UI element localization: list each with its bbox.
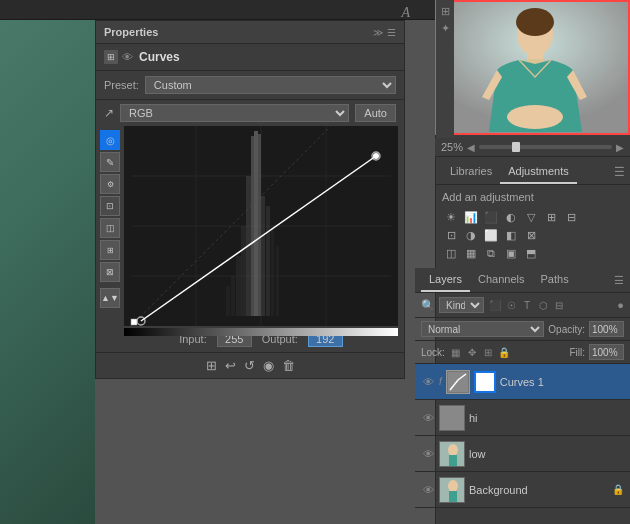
preset-label: Preset:: [104, 79, 139, 91]
bottom-tool-3[interactable]: ↺: [244, 358, 255, 373]
filter-type[interactable]: T: [520, 298, 534, 312]
lock-artboard[interactable]: ⊞: [481, 345, 495, 359]
curves-eye-icon[interactable]: 👁: [122, 51, 133, 63]
tab-channels[interactable]: Channels: [470, 268, 532, 292]
curves-tool-3[interactable]: ⚙: [100, 174, 120, 194]
lock-checkerboard[interactable]: ▦: [449, 345, 463, 359]
photo-thumbnail: [435, 0, 630, 135]
curves-tool-5[interactable]: ◫: [100, 218, 120, 238]
tab-libraries[interactable]: Libraries: [442, 160, 500, 184]
bottom-tool-1[interactable]: ⊞: [206, 358, 217, 373]
filter-adj[interactable]: ☉: [504, 298, 518, 312]
curves-tool-8[interactable]: ▲▼: [100, 288, 120, 308]
filter-pixel[interactable]: ⬛: [488, 298, 502, 312]
adj-channel-mix[interactable]: ◧: [502, 226, 520, 244]
layers-search-row: 🔍 Kind ⬛ ☉ T ⬡ ⊟ ●: [415, 293, 630, 318]
zoom-slider-thumb[interactable]: [512, 142, 520, 152]
layer-item-curves1[interactable]: 👁 f Curves 1: [415, 364, 630, 400]
adj-selective[interactable]: ⬒: [522, 244, 540, 262]
menu-icon[interactable]: ☰: [387, 27, 396, 38]
adj-brightness[interactable]: ☀: [442, 208, 460, 226]
adj-color-lookup[interactable]: ⊠: [522, 226, 540, 244]
tab-paths[interactable]: Paths: [533, 268, 577, 292]
curves-tool-6[interactable]: ⊞: [100, 240, 120, 260]
bottom-tool-2[interactable]: ↩: [225, 358, 236, 373]
layer-name-hi: hi: [469, 412, 624, 424]
bottom-tool-delete[interactable]: 🗑: [282, 358, 295, 373]
layer-name-curves1: Curves 1: [500, 376, 624, 388]
zoom-slider-track[interactable]: [479, 145, 612, 149]
color-swatch-icon[interactable]: ⊞: [441, 5, 450, 18]
layer-eye-bg[interactable]: 👁: [421, 483, 435, 497]
blend-mode-select[interactable]: Normal: [421, 321, 544, 337]
svg-rect-35: [449, 491, 457, 503]
curves1-mask-thumb: [474, 371, 496, 393]
dropper-icon[interactable]: ✦: [441, 22, 450, 35]
tab-layers[interactable]: Layers: [421, 268, 470, 292]
adjustments-panel: Add an adjustment ☀ 📊 ⬛ ◐ ▽ ⊞ ⊟ ⊡ ◑ ⬜ ◧ …: [436, 185, 630, 269]
layer-item-hi[interactable]: 👁 hi: [415, 400, 630, 436]
properties-header-icons: ≫ ☰: [373, 27, 396, 38]
adj-hsl[interactable]: ⊞: [542, 208, 560, 226]
filter-shape[interactable]: ⬡: [536, 298, 550, 312]
adj-curves[interactable]: 📊: [462, 208, 480, 226]
layer-eye-low[interactable]: 👁: [421, 447, 435, 461]
lock-icons: ▦ ✥ ⊞ 🔒: [449, 345, 566, 359]
zoom-left-arrow[interactable]: ◀: [467, 142, 475, 153]
adj-grid[interactable]: ⊟: [562, 208, 580, 226]
layer-eye-curves1[interactable]: 👁: [421, 375, 435, 389]
curves-tool-draw[interactable]: ✎: [100, 152, 120, 172]
auto-button[interactable]: Auto: [355, 104, 396, 122]
adj-vibrance[interactable]: ▽: [522, 208, 540, 226]
curves-tool-4[interactable]: ⊡: [100, 196, 120, 216]
lock-move[interactable]: ✥: [465, 345, 479, 359]
svg-rect-13: [231, 276, 235, 316]
filter-toggle[interactable]: ●: [617, 299, 624, 311]
adj-menu-icon[interactable]: ☰: [614, 165, 625, 179]
layers-menu-icon[interactable]: ☰: [614, 274, 624, 287]
adj-bw[interactable]: ◑: [462, 226, 480, 244]
opacity-label: Opacity:: [548, 324, 585, 335]
adj-photo[interactable]: ⬜: [482, 226, 500, 244]
filter-smart[interactable]: ⊟: [552, 298, 566, 312]
tab-adjustments[interactable]: Adjustments: [500, 160, 577, 184]
svg-point-34: [448, 480, 458, 492]
layer-item-low[interactable]: 👁 low: [415, 436, 630, 472]
curves1-adj-thumb: [446, 370, 470, 394]
channel-select[interactable]: RGB Red Green Blue: [120, 104, 349, 122]
kind-select[interactable]: Kind: [439, 297, 484, 313]
svg-rect-22: [131, 319, 137, 325]
low-thumb: [439, 441, 465, 467]
adj-threshold[interactable]: ⧉: [482, 244, 500, 262]
channel-row: ↗ RGB Red Green Blue Auto: [96, 100, 404, 126]
bottom-tool-4[interactable]: ◉: [263, 358, 274, 373]
adj-levels[interactable]: ⬛: [482, 208, 500, 226]
opacity-input[interactable]: [589, 321, 624, 337]
add-adjustment-label: Add an adjustment: [442, 191, 625, 203]
adj-colorbalance[interactable]: ⊡: [442, 226, 460, 244]
preset-select[interactable]: Custom: [145, 76, 396, 94]
curves-graph[interactable]: [124, 126, 398, 326]
right-panel: ⊞ ✦ 25% ◀ ▶ Libraries Adjustments ☰ Add …: [435, 0, 630, 524]
svg-point-25: [516, 8, 554, 36]
svg-rect-6: [251, 136, 254, 316]
svg-rect-10: [261, 196, 265, 316]
fill-input[interactable]: [589, 344, 624, 360]
adj-invert[interactable]: ◫: [442, 244, 460, 262]
channel-tool-icon[interactable]: ↗: [104, 106, 114, 120]
graph-tools-container: ◎ ✎ ⚙ ⊡ ◫ ⊞ ⊠ ▲▼: [96, 126, 404, 352]
low-thumb-svg: [440, 442, 465, 467]
expand-icon[interactable]: ≫: [373, 27, 383, 38]
layer-item-background[interactable]: 👁 Background 🔒: [415, 472, 630, 508]
adj-posterize[interactable]: ▦: [462, 244, 480, 262]
layer-eye-hi[interactable]: 👁: [421, 411, 435, 425]
lock-lock[interactable]: 🔒: [497, 345, 511, 359]
adj-gradient[interactable]: ▣: [502, 244, 520, 262]
adj-icons-row-1: ☀ 📊 ⬛ ◐ ▽ ⊞ ⊟: [442, 208, 625, 226]
adj-exposure[interactable]: ◐: [502, 208, 520, 226]
curves-tool-pointer[interactable]: ◎: [100, 130, 120, 150]
curves-tool-7[interactable]: ⊠: [100, 262, 120, 282]
zoom-right-arrow[interactable]: ▶: [616, 142, 624, 153]
gradient-bar-h: [124, 328, 398, 336]
layer-f-curves1: f: [439, 376, 442, 387]
